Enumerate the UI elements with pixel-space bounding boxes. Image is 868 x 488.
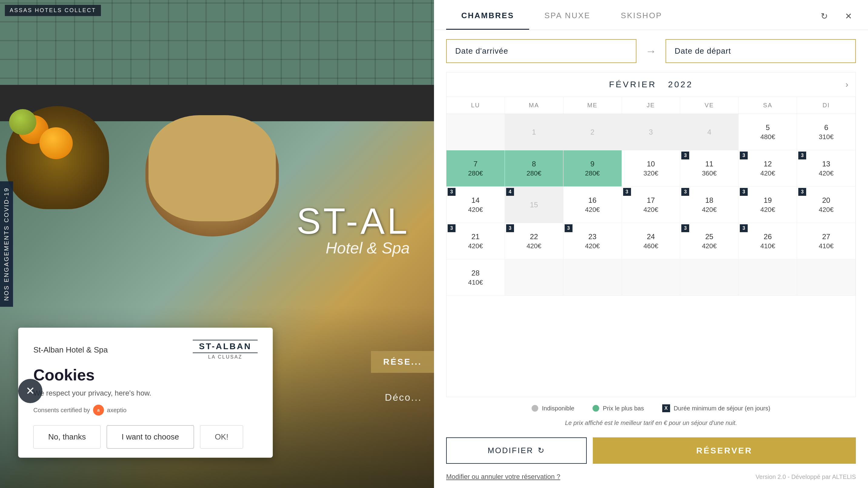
calendar-cell[interactable]: 28410€ xyxy=(446,260,505,296)
min-stay-badge: 3 xyxy=(681,152,689,159)
arrival-date-input[interactable]: Date d'arrivée xyxy=(446,39,637,63)
calendar-cell[interactable]: 325420€ xyxy=(680,223,739,260)
calendar-cell xyxy=(622,260,680,296)
calendar-date-number: 14 xyxy=(472,196,480,205)
calendar-days-header: LU MA ME JE VE SA DI xyxy=(446,97,856,114)
certified-by-label: Consents certified by xyxy=(33,407,90,414)
day-di: DI xyxy=(797,97,856,114)
calendar-cell[interactable]: 1 xyxy=(505,114,563,150)
cookie-no-thanks-button[interactable]: No, thanks xyxy=(33,425,101,449)
min-stay-badge: 3 xyxy=(447,188,456,196)
calendar-date-number: 26 xyxy=(764,233,772,241)
calendar-cell xyxy=(505,260,563,296)
calendar-date-number: 18 xyxy=(705,196,713,205)
hotel-title: ST-AL Hotel & Spa xyxy=(297,200,410,257)
reserver-button[interactable]: RÉSERVER xyxy=(593,437,856,464)
min-stay-badge: 3 xyxy=(506,224,514,232)
calendar-cell[interactable]: 2 xyxy=(563,114,622,150)
calendar-date-number: 4 xyxy=(707,128,711,136)
calendar-date-number: 10 xyxy=(647,160,655,168)
cookie-ok-button[interactable]: OK! xyxy=(200,425,243,449)
calendar-date-number: 2 xyxy=(590,128,594,136)
reserve-overlay-button[interactable]: RÉSE... xyxy=(371,351,434,373)
calendar-price: 280€ xyxy=(468,170,483,177)
brand-collection-tag: ASSAS HOTELS COLLECT xyxy=(5,5,101,16)
calendar-cell[interactable]: 6310€ xyxy=(797,114,856,150)
reserver-label: RÉSERVER xyxy=(696,446,752,455)
logo-text: ST-ALBAN xyxy=(193,340,258,353)
calendar-date-number: 9 xyxy=(590,160,594,168)
calendar-cell[interactable]: 323420€ xyxy=(563,223,622,260)
refresh-icon[interactable]: ↻ xyxy=(816,8,832,24)
calendar-cell[interactable]: 320420€ xyxy=(797,187,856,223)
calendar-date-number: 12 xyxy=(764,160,772,168)
cookie-buttons-row: No, thanks I want to choose OK! xyxy=(33,425,258,449)
tab-chambres[interactable]: CHAMBRES xyxy=(446,2,529,30)
calendar-cell xyxy=(797,260,856,296)
calendar-cell[interactable]: 7280€ xyxy=(446,150,505,187)
calendar-price: 360€ xyxy=(702,170,717,177)
engagement-tab[interactable]: NOS ENGAGEMENTS COVID-19 xyxy=(0,181,13,307)
unavailable-label: Indisponible xyxy=(542,405,574,412)
calendar-cell xyxy=(739,260,797,296)
calendar-price: 420€ xyxy=(585,206,600,214)
date-row: Date d'arrivée → Date de départ xyxy=(434,30,868,72)
tab-icons: ↻ ✕ xyxy=(816,8,856,24)
calendar-cell[interactable]: 313420€ xyxy=(797,150,856,187)
calendar-cell[interactable]: 4 xyxy=(680,114,739,150)
calendar-date-number: 15 xyxy=(530,201,538,209)
calendar-date-number: 21 xyxy=(472,233,480,241)
legend-note: Le prix affiché est le meilleur tarif en… xyxy=(434,420,868,431)
calendar-cell[interactable]: 312420€ xyxy=(739,150,797,187)
calendar-cell[interactable]: 311360€ xyxy=(680,150,739,187)
calendar-cell[interactable]: 5480€ xyxy=(739,114,797,150)
calendar-cell[interactable]: 10320€ xyxy=(622,150,680,187)
day-me: ME xyxy=(563,97,622,114)
cookie-description: We respect your privacy, here's how. xyxy=(33,389,258,397)
calendar-cell[interactable]: 8280€ xyxy=(505,150,563,187)
calendar-cell[interactable]: 319420€ xyxy=(739,187,797,223)
calendar-price: 310€ xyxy=(819,133,834,141)
calendar-cell[interactable]: 322420€ xyxy=(505,223,563,260)
close-button[interactable]: ✕ xyxy=(18,379,42,403)
best-price-label: Prix le plus bas xyxy=(603,405,644,412)
tabs-header: CHAMBRES SPA NUXE SKISHOP ↻ ✕ xyxy=(434,0,868,30)
calendar-date-number: 16 xyxy=(588,196,596,205)
logo-sub: LA CLUSAZ xyxy=(208,354,243,360)
calendar-cell[interactable]: 27410€ xyxy=(797,223,856,260)
unavailable-dot xyxy=(532,405,538,411)
hotel-title-main: ST-AL xyxy=(297,200,410,242)
calendar-cell[interactable]: 415 xyxy=(505,187,563,223)
day-lu: LU xyxy=(446,97,505,114)
calendar-cell[interactable]: 3 xyxy=(622,114,680,150)
min-stay-badge: 3 xyxy=(623,188,631,196)
modifier-button[interactable]: MODIFIER ↻ xyxy=(446,437,587,464)
calendar-cell[interactable]: 318420€ xyxy=(680,187,739,223)
calendar-next-button[interactable]: › xyxy=(845,80,848,89)
calendar-price: 420€ xyxy=(819,206,834,214)
close-icon[interactable]: ✕ xyxy=(841,8,856,24)
calendar-cell[interactable]: 314420€ xyxy=(446,187,505,223)
calendar-price: 420€ xyxy=(468,206,483,214)
cookie-choose-button[interactable]: I want to choose xyxy=(107,425,194,449)
calendar-cell[interactable]: 16420€ xyxy=(563,187,622,223)
calendar-cell[interactable]: 9280€ xyxy=(563,150,622,187)
departure-date-input[interactable]: Date de départ xyxy=(665,39,856,63)
calendar-date-number: 19 xyxy=(764,196,772,205)
version-text: Version 2.0 - Développé par ALTELIS xyxy=(755,474,856,481)
min-stay-badge: 3 xyxy=(740,224,748,232)
day-ma: MA xyxy=(505,97,563,114)
calendar-cell[interactable]: 326410€ xyxy=(739,223,797,260)
decouvrir-text: Déco... xyxy=(385,392,422,403)
calendar-cell[interactable]: 317420€ xyxy=(622,187,680,223)
calendar-month-title: FÉVRIER 2022 xyxy=(609,80,693,89)
arrow-icon: → xyxy=(643,45,659,58)
calendar-price: 420€ xyxy=(702,206,717,214)
calendar-cell[interactable]: 24460€ xyxy=(622,223,680,260)
calendar-price: 460€ xyxy=(644,242,658,250)
tab-spa-nuxe[interactable]: SPA NUXE xyxy=(529,2,606,30)
modifier-annuler-link[interactable]: Modifier ou annuler votre réservation ? xyxy=(446,473,560,481)
calendar-cell[interactable]: 321420€ xyxy=(446,223,505,260)
min-stay-badge: 3 xyxy=(740,152,748,159)
tab-skishop[interactable]: SKISHOP xyxy=(606,2,677,30)
